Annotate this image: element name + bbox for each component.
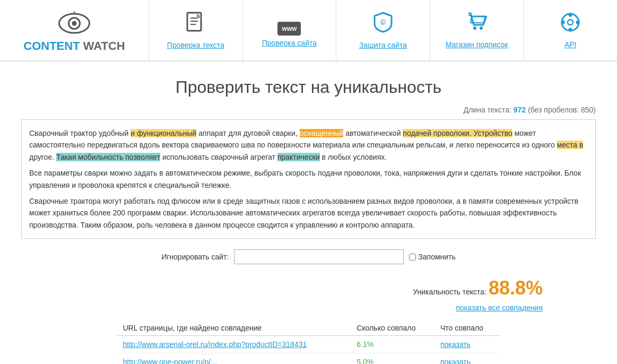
www-icon: www	[277, 13, 301, 36]
highlight-2: оснащенный	[300, 129, 344, 137]
remember-label[interactable]: Запомнить	[409, 253, 456, 261]
nav-protect-site[interactable]: © Защита сайта	[336, 0, 430, 60]
logo-area: CONTENT WATCH	[0, 0, 149, 60]
col-match-header: Что совпало	[435, 320, 500, 336]
api-icon	[560, 12, 580, 37]
ignore-site-input[interactable]	[234, 249, 404, 264]
text-length-info: Длина текста: 972 (без пробелов: 850)	[11, 106, 606, 114]
nav-shop[interactable]: Магазин подписок	[430, 0, 524, 60]
header: CONTENT WATCH Проверка текста www Провер…	[0, 0, 617, 62]
col-url-header: URL страницы, где найдено совпадение	[118, 320, 352, 336]
nav-check-site[interactable]: www Проверка сайта	[242, 0, 336, 60]
results-table: URL страницы, где найдено совпадение Ско…	[118, 320, 500, 364]
nav-check-site-label: Проверка сайта	[262, 39, 317, 47]
nav-api[interactable]: API	[523, 0, 617, 60]
svg-point-16	[569, 28, 572, 31]
show-link-1[interactable]: показать	[440, 340, 471, 349]
nav-protect-site-label: Защита сайта	[359, 41, 407, 49]
page-title: Проверить текст на уникальность	[11, 77, 606, 97]
text-paragraph-1: Сварочный трактор удобный и функциональн…	[29, 127, 588, 163]
highlight-5: Такая мобильность позволяет	[56, 153, 160, 161]
show-all-matches-link[interactable]: показать все совпадения	[456, 304, 543, 312]
svg-point-14	[568, 20, 573, 25]
svg-point-2	[72, 21, 77, 26]
table-cell-pct-1: 6.1%	[351, 336, 435, 353]
table-cell-show-1: показать	[435, 336, 500, 353]
text-length-nospace: (без пробелов: 850)	[528, 106, 596, 114]
table-row: http://www.arsenal-orel.ru/index.php?pro…	[118, 336, 500, 353]
remember-text: Запомнить	[418, 253, 456, 261]
text-paragraph-3: Сварочные трактора могут работать под фл…	[29, 195, 588, 231]
svg-point-10	[473, 27, 476, 30]
ignore-site-row: Игнорировать сайт: Запомнить	[11, 249, 606, 264]
svg-point-17	[561, 20, 565, 24]
url-link-1[interactable]: http://www.arsenal-orel.ru/index.php?pro…	[123, 340, 307, 349]
nav-shop-label: Магазин подписок	[446, 40, 508, 49]
svg-text:©: ©	[380, 18, 386, 27]
nav-check-text[interactable]: Проверка текста	[149, 0, 242, 60]
text-paragraph-2: Все параметры сварки можно задать в авто…	[29, 167, 588, 191]
highlight-6: практически	[277, 153, 320, 161]
logo-text: CONTENT WATCH	[23, 39, 125, 53]
table-cell-pct-2: 5.0%	[351, 353, 435, 364]
nav-check-text-label: Проверка текста	[167, 41, 224, 49]
ignore-site-label: Игнорировать сайт:	[161, 253, 229, 261]
uniqueness-value: 88.8%	[489, 277, 543, 299]
remember-checkbox[interactable]	[409, 254, 416, 261]
highlight-4: места в	[557, 141, 584, 149]
shield-icon: ©	[373, 12, 393, 38]
table-cell-url-1: http://www.arsenal-orel.ru/index.php?pro…	[118, 336, 352, 353]
show-link-2[interactable]: показать	[440, 358, 471, 364]
logo-icon	[58, 7, 90, 39]
table-cell-show-2: показать	[435, 353, 500, 364]
svg-point-11	[480, 27, 483, 30]
col-pct-header: Сколько совпало	[351, 320, 435, 336]
highlight-3: подачей проволоки. Устройство	[403, 129, 512, 137]
text-length-value: 972	[514, 106, 526, 114]
uniqueness-label: Уникальность текста:	[413, 288, 486, 296]
text-display-area: Сварочный трактор удобный и функциональн…	[21, 119, 596, 239]
svg-point-15	[569, 13, 572, 16]
doc-icon	[186, 12, 205, 38]
table-row: http://www.one-power.ru/p/... 5.0% показ…	[118, 353, 500, 364]
url-link-2[interactable]: http://www.one-power.ru/p/...	[123, 358, 217, 364]
svg-point-18	[576, 20, 580, 24]
logo-watch: WATCH	[80, 39, 125, 53]
logo-content: CONTENT	[23, 39, 80, 53]
main-content: Проверить текст на уникальность Длина те…	[0, 62, 617, 364]
text-length-label: Длина текста:	[464, 106, 511, 114]
uniqueness-result: Уникальность текста: 88.8%	[11, 277, 606, 299]
show-all-link-area: показать все совпадения	[11, 304, 606, 312]
cart-icon	[466, 12, 488, 37]
nav-api-label: API	[564, 40, 577, 49]
table-cell-url-2: http://www.one-power.ru/p/...	[118, 353, 352, 364]
highlight-1: и функциональный	[131, 129, 196, 137]
